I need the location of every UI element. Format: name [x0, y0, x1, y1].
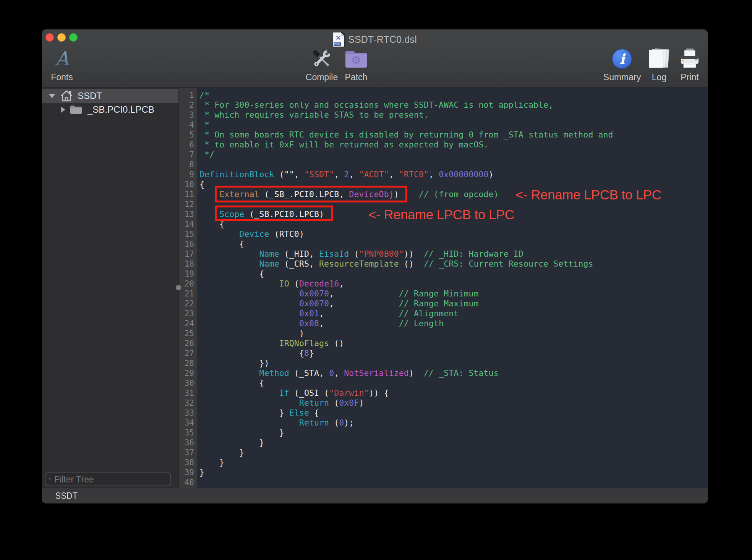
annotation-box-external [215, 186, 407, 202]
code-line: {8} [199, 348, 613, 358]
compile-tools-icon [310, 47, 334, 71]
annotation-rename-1: <- Rename LPCB to LPC [515, 187, 661, 202]
toolbar-fonts-button[interactable]: A Fonts [51, 47, 73, 83]
toolbar-label: Log [652, 72, 666, 83]
toolbar-patch-button[interactable]: ⚙ Patch [344, 47, 368, 83]
main-split-view: SSDT _SB.PCI0.LPCB 1 [42, 88, 708, 488]
line-number: 18 [179, 259, 197, 269]
line-number: 12 [179, 199, 197, 209]
code-line: */ [199, 150, 613, 160]
summary-info-icon: i [612, 49, 632, 69]
code-line: { [199, 239, 613, 249]
zoom-button[interactable] [69, 33, 78, 42]
code-line: { [199, 269, 613, 279]
line-number: 5 [179, 130, 197, 140]
line-number: 35 [179, 428, 197, 438]
line-number: 8 [179, 160, 197, 170]
filter-area [42, 471, 178, 488]
line-number: 1 [179, 90, 197, 100]
toolbar-label: Summary [603, 72, 641, 83]
window-title-group: ✕ DSL SSDT-RTC0.dsl [333, 32, 417, 47]
code-line: IO (Decode16, [199, 279, 613, 289]
line-number: 10 [179, 180, 197, 189]
tree-item-lpcb[interactable]: _SB.PCI0.LPCB [42, 103, 178, 117]
line-number-gutter: 1234567891011121314151617181920212223242… [178, 88, 197, 488]
code-editor[interactable]: /* * For 300-series only and occasions w… [197, 88, 708, 488]
close-button[interactable] [45, 33, 54, 42]
code-line: 0x08, // Length [199, 319, 613, 329]
code-line: } [199, 438, 613, 448]
code-line: { [199, 378, 613, 388]
line-number: 31 [179, 388, 197, 398]
code-line: } [199, 458, 613, 468]
toolbar-summary-button[interactable]: i Summary [603, 47, 641, 83]
line-number: 26 [179, 338, 197, 348]
status-bar: SSDT [42, 488, 708, 503]
code-line: 0x0070, // Range Minimum [199, 289, 613, 299]
code-line: }) [199, 358, 613, 368]
filter-tree-input[interactable] [54, 474, 167, 485]
titlebar-toolbar: ✕ DSL SSDT-RTC0.dsl A Fonts [42, 29, 708, 88]
code-line: * On some boards RTC device is disabled … [199, 130, 613, 140]
line-number: 39 [179, 468, 197, 477]
house-icon [60, 90, 73, 102]
line-number: 7 [179, 150, 197, 160]
line-number: 15 [179, 229, 197, 239]
maciasl-window: ✕ DSL SSDT-RTC0.dsl A Fonts [42, 29, 708, 503]
code-line: } [199, 428, 613, 438]
toolbar-label: Patch [345, 72, 368, 83]
line-number: 16 [179, 239, 197, 249]
code-line: 0x01, // Alignment [199, 309, 613, 319]
line-number: 33 [179, 408, 197, 418]
search-icon [49, 475, 51, 484]
code-line: * For 300-series only and occasions wher… [199, 100, 613, 110]
line-number: 4 [179, 120, 197, 130]
filter-tree-field[interactable] [45, 473, 171, 486]
code-line: Return (0); [199, 418, 613, 428]
splitter-handle[interactable] [176, 285, 181, 290]
line-number: 29 [179, 368, 197, 378]
line-number: 34 [179, 418, 197, 428]
code-line: Method (_STA, 0, NotSerialized) // _STA:… [199, 368, 613, 378]
line-number: 23 [179, 309, 197, 319]
tree-item-ssdt[interactable]: SSDT [42, 89, 178, 103]
annotation-rename-2: <- Rename LPCB to LPC [368, 207, 514, 222]
line-number: 11 [179, 189, 197, 199]
line-number: 13 [179, 209, 197, 219]
line-number: 9 [179, 170, 197, 180]
minimize-button[interactable] [57, 33, 66, 42]
code-text: /* * For 300-series only and occasions w… [199, 90, 613, 487]
toolbar-label: Compile [306, 72, 338, 83]
disclosure-right-icon[interactable] [61, 107, 65, 113]
traffic-lights [45, 33, 78, 42]
svg-text:⚙: ⚙ [351, 53, 361, 67]
toolbar-log-button[interactable]: Log [648, 47, 670, 83]
line-number: 19 [179, 269, 197, 279]
line-number: 36 [179, 438, 197, 448]
code-line: } [199, 468, 613, 477]
code-line: IRQNoFlags () [199, 338, 613, 348]
code-line: If (_OSI ("Darwin")) { [199, 388, 613, 398]
sidebar-tree: SSDT _SB.PCI0.LPCB [42, 88, 178, 488]
code-line: * [199, 120, 613, 130]
code-line: Name (_CRS, ResourceTemplate () // _CRS:… [199, 259, 613, 269]
line-number: 3 [179, 110, 197, 120]
line-number: 17 [179, 249, 197, 259]
code-line [199, 477, 613, 487]
toolbar-label: Fonts [51, 72, 73, 83]
code-line: } [199, 448, 613, 458]
line-number: 37 [179, 448, 197, 458]
line-number: 24 [179, 319, 197, 329]
code-line: Name (_HID, EisaId ("PNP0B00")) // _HID:… [199, 249, 613, 259]
code-line: DefinitionBlock ("", "SSDT", 2, "ACDT", … [199, 170, 613, 180]
toolbar-print-button[interactable]: Print [679, 47, 701, 83]
dsl-document-icon: ✕ DSL [333, 32, 344, 47]
status-text: SSDT [55, 491, 78, 501]
disclosure-down-icon[interactable] [49, 94, 55, 98]
tree-item-label: SSDT [78, 91, 102, 101]
toolbar-compile-button[interactable]: Compile [306, 47, 338, 83]
code-line: ) [199, 329, 613, 338]
window-title: SSDT-RTC0.dsl [348, 34, 417, 45]
line-number: 40 [179, 477, 197, 487]
line-number: 2 [179, 100, 197, 110]
